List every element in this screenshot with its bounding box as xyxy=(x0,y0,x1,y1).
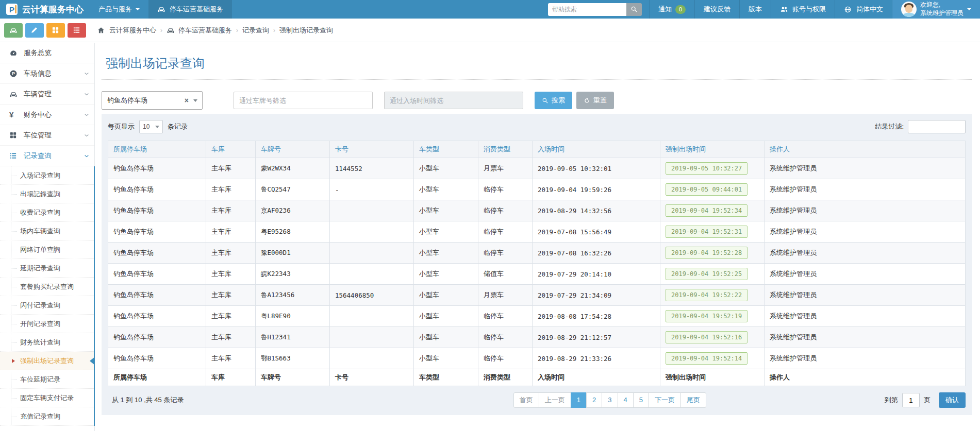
column-header[interactable]: 入场时间 xyxy=(533,141,660,158)
table-cell xyxy=(330,200,414,221)
table-cell: 主车库 xyxy=(206,306,256,327)
table-cell: 粤L89E90 xyxy=(256,306,330,327)
breadcrumb-item[interactable]: 停车运营基础服务 xyxy=(167,26,232,35)
user-menu[interactable]: 欢迎您, 系统维护管理员 xyxy=(892,0,980,19)
sidebar-subitem[interactable]: 出場記錄查詢 xyxy=(0,185,94,203)
page-button[interactable]: 3 xyxy=(602,392,618,408)
table-cell: 钓鱼岛停车场 xyxy=(108,285,206,306)
breadcrumb-item[interactable]: 云计算服务中心 xyxy=(97,26,156,35)
table-cell: 临停车 xyxy=(478,179,533,200)
sidebar-item[interactable]: 车辆管理 xyxy=(0,84,94,105)
nav-account-permissions[interactable]: 账号与权限 xyxy=(771,0,835,19)
sidebar-item[interactable]: 服务总览 xyxy=(0,43,94,63)
page-button[interactable]: 上一页 xyxy=(539,392,571,408)
sidebar-item[interactable]: ¥财务中心 xyxy=(0,105,94,125)
nav-products-services[interactable]: 产品与服务 xyxy=(90,0,148,19)
column-header[interactable]: 车类型 xyxy=(414,141,478,158)
sidebar-subitem[interactable]: 入场记录查询 xyxy=(0,166,94,185)
nav-language[interactable]: 简体中文 xyxy=(835,0,892,19)
sidebar-subitem[interactable]: 开闸记录查询 xyxy=(0,315,94,333)
page-button[interactable]: 1 xyxy=(571,392,587,408)
sidebar-subitem[interactable]: 收费记录查询 xyxy=(0,203,94,222)
main-content: 强制出场记录查询 钓鱼岛停车场 × 搜索 重置 每页显示 10 条记录 结果 xyxy=(95,55,980,415)
pencil-quick-button[interactable] xyxy=(25,23,44,38)
table-cell: 2019-07-08 16:32:26 xyxy=(533,243,660,264)
sidebar-subitem[interactable]: 充值记录查询 xyxy=(0,407,94,426)
nav-feedback[interactable]: 建议反馈 xyxy=(694,0,739,19)
clear-selection-icon[interactable]: × xyxy=(185,97,189,104)
result-filter-input[interactable] xyxy=(908,120,966,133)
table-cell: 小型车 xyxy=(414,348,478,369)
column-footer: 消费类型 xyxy=(478,369,533,386)
parking-lot-select[interactable]: 钓鱼岛停车场 × xyxy=(102,91,203,110)
page-button[interactable]: 5 xyxy=(633,392,649,408)
search-submit-button[interactable] xyxy=(626,3,642,16)
sidebar-subitem[interactable]: 车位延期记录 xyxy=(0,370,94,389)
page-button[interactable]: 下一页 xyxy=(649,392,681,408)
caret-down-icon xyxy=(136,8,140,10)
page-button[interactable]: 尾页 xyxy=(680,392,706,408)
table-cell xyxy=(330,264,414,285)
page-button[interactable]: 首页 xyxy=(513,392,539,408)
column-header[interactable]: 操作人 xyxy=(765,141,966,158)
force-exit-time-badge: 2019-09-04 19:52:34 xyxy=(666,204,748,217)
table-controls: 每页显示 10 条记录 结果过滤: xyxy=(108,120,966,133)
column-header[interactable]: 强制出场时间 xyxy=(660,141,765,158)
page-button[interactable]: 2 xyxy=(586,392,602,408)
page-button[interactable]: 4 xyxy=(618,392,634,408)
confirm-button[interactable]: 确认 xyxy=(939,392,966,408)
sidebar-subitem[interactable]: 财务统计查询 xyxy=(0,333,94,352)
select-caret-icon xyxy=(155,126,159,128)
sidebar-subitem[interactable]: 强制出场记录查询 xyxy=(0,352,94,370)
force-exit-time-badge: 2019-09-04 19:52:28 xyxy=(666,247,748,259)
chevron-down-icon xyxy=(84,153,90,159)
sidebar-item[interactable]: 车位管理 xyxy=(0,125,94,146)
grid-quick-button[interactable] xyxy=(46,23,65,38)
sidebar: 服务总览P车场信息车辆管理¥财务中心车位管理记录查询 入场记录查询出場記錄查詢收… xyxy=(0,43,95,431)
sidebar-submenu: 入场记录查询出場記錄查詢收费记录查询场内车辆查询网络订单查詢延期记录查询套餐购买… xyxy=(0,166,95,426)
brand[interactable]: P 云计算服务中心 xyxy=(0,0,90,19)
breadcrumb-item[interactable]: 记录查询 xyxy=(242,26,269,35)
sidebar-item[interactable]: 记录查询 xyxy=(0,146,94,166)
table-cell xyxy=(330,306,414,327)
column-header[interactable]: 车库 xyxy=(206,141,256,158)
search-button[interactable]: 搜索 xyxy=(535,92,572,109)
reset-button[interactable]: 重置 xyxy=(576,92,614,109)
title-divider xyxy=(102,79,972,80)
sidebar-item[interactable]: P车场信息 xyxy=(0,63,94,84)
goto-page-input[interactable] xyxy=(902,393,920,407)
table-cell: 临停车 xyxy=(478,221,533,243)
sidebar-subitem[interactable]: 场内车辆查询 xyxy=(0,222,94,240)
column-header[interactable]: 所属停车场 xyxy=(108,141,206,158)
nav-parking-service[interactable]: 停车运营基础服务 xyxy=(148,0,232,19)
column-header[interactable]: 车牌号 xyxy=(256,141,330,158)
table-cell xyxy=(330,221,414,243)
breadcrumb-item[interactable]: 强制出场记录查询 xyxy=(279,26,333,35)
entry-time-filter-input[interactable] xyxy=(384,92,523,109)
table-cell: 钓鱼岛停车场 xyxy=(108,158,206,179)
column-header[interactable]: 消费类型 xyxy=(478,141,533,158)
car-quick-button[interactable] xyxy=(4,23,23,38)
table-cell: 临停车 xyxy=(478,200,533,221)
nav-notifications[interactable]: 通知 0 xyxy=(649,0,694,19)
sidebar-subitem[interactable]: 网络订单查詢 xyxy=(0,240,94,259)
table-cell: 2019-09-04 19:59:26 xyxy=(533,179,660,200)
home-icon xyxy=(97,27,106,34)
sidebar-subitem[interactable]: 延期记录查询 xyxy=(0,259,94,278)
table-cell: 主车库 xyxy=(206,348,256,369)
table-footer-bar: 从 1 到 10 ,共 45 条记录 首页上一页12345下一页尾页 到第 页 … xyxy=(108,392,966,408)
nav-version[interactable]: 版本 xyxy=(739,0,771,19)
list-quick-button[interactable] xyxy=(68,23,86,38)
help-search-input[interactable] xyxy=(548,3,626,16)
table-cell: 豫E000D1 xyxy=(256,243,330,264)
breadcrumb: 云计算服务中心›停车运营基础服务›记录查询›强制出场记录查询 xyxy=(91,26,333,35)
sidebar-subitem[interactable]: 固定车辆支付记录 xyxy=(0,389,94,407)
sidebar-subitem[interactable]: 套餐购买纪录查询 xyxy=(0,278,94,296)
column-header[interactable]: 卡号 xyxy=(330,141,414,158)
table-cell: 2019-09-04 19:52:19 xyxy=(660,306,765,327)
table-cell: 钓鱼岛停车场 xyxy=(108,200,206,221)
chevron-down-icon xyxy=(84,112,90,118)
plate-filter-input[interactable] xyxy=(234,92,373,109)
sidebar-subitem[interactable]: 闪付记录查询 xyxy=(0,296,94,315)
per-page-select[interactable]: 10 xyxy=(139,120,163,133)
